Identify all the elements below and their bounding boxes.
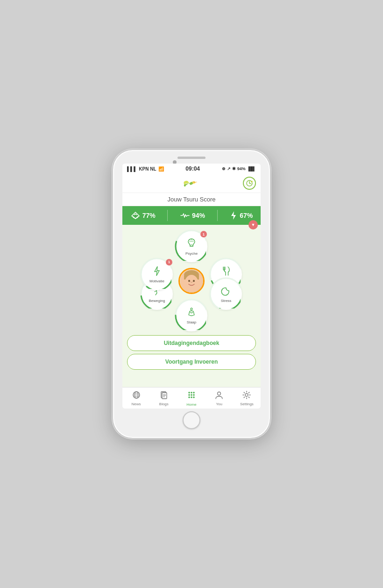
globe-svg (132, 391, 141, 399)
category-motivatie[interactable]: Motivatie 1 (141, 258, 173, 290)
home-label: Home (186, 402, 196, 407)
score-item-0: 77% (130, 210, 156, 221)
score-bar: 77% 94% 67% ▼ (122, 206, 261, 225)
tab-settings[interactable]: Settings (233, 391, 261, 406)
svg-point-43 (191, 396, 192, 398)
svg-line-4 (249, 183, 251, 184)
svg-point-37 (191, 392, 192, 394)
category-slaap[interactable]: Stress (210, 278, 242, 310)
phone-screen: ▌▌▌ KPN NL 📶 09:04 ⊕ ↗ ✱ 94% ▐█▌ (122, 164, 261, 409)
main-content: Psyche 1 Vo (122, 225, 261, 387)
score-item-2: 67% (229, 210, 253, 221)
settings-label: Settings (240, 402, 254, 406)
status-right: ⊕ ↗ ✱ 94% ▐█▌ (222, 166, 256, 171)
category-psyche[interactable]: Psyche 1 (176, 230, 207, 262)
svg-point-24 (188, 280, 190, 282)
avatar-svg (180, 269, 203, 293)
svg-point-46 (245, 394, 248, 396)
action-buttons: Uitdagingendagboek Voortgang Invoeren (127, 332, 256, 373)
score-divider-1 (167, 210, 168, 221)
uitdaging-button[interactable]: Uitdagingendagboek (127, 335, 256, 351)
score-divider-2 (217, 210, 218, 221)
lightning-icon (229, 210, 238, 221)
settings-badge[interactable] (243, 177, 256, 190)
svg-point-42 (188, 396, 190, 398)
score-item-1: 94% (180, 210, 205, 221)
person-svg (215, 391, 223, 399)
status-left: ▌▌▌ KPN NL 📶 (127, 166, 164, 172)
tab-news[interactable]: News (122, 391, 150, 406)
svg-point-25 (193, 280, 195, 282)
gear-svg (242, 391, 251, 399)
svg-point-0 (192, 181, 195, 184)
bird-logo-svg (180, 177, 203, 190)
psyche-badge: 1 (200, 231, 207, 237)
tab-blogs[interactable]: Blogs (150, 391, 177, 406)
arc-stress (174, 298, 206, 330)
svg-point-38 (193, 392, 195, 394)
battery-icon: ▐█▌ (247, 166, 256, 171)
svg-point-45 (218, 392, 221, 395)
dropdown-btn[interactable]: ▼ (248, 220, 258, 229)
news-label: News (132, 402, 141, 406)
svg-point-10 (210, 278, 241, 308)
svg-point-12 (176, 300, 206, 330)
phone-frame: ▌▌▌ KPN NL 📶 09:04 ⊕ ↗ ✱ 94% ▐█▌ (112, 149, 271, 439)
tab-bar: News Blogs (122, 387, 261, 409)
avatar-face (180, 269, 203, 293)
score-value-0: 77% (142, 212, 156, 219)
tab-you[interactable]: You (206, 391, 233, 406)
battery-level: 94% (237, 166, 246, 171)
heart-rate-icon (180, 210, 190, 221)
docs-svg (160, 391, 168, 399)
app-header (122, 174, 261, 193)
svg-point-39 (188, 394, 190, 396)
app-logo (180, 177, 203, 190)
badge-icon (246, 179, 253, 187)
center-avatar[interactable] (178, 268, 205, 294)
phone-speaker (177, 157, 206, 159)
you-label: You (216, 402, 222, 406)
wellness-icon (130, 210, 141, 221)
score-title-text: Jouw Tsuru Score (167, 196, 215, 203)
arc-slaap (209, 277, 241, 308)
arrow-icon: ↗ (227, 166, 231, 171)
category-stress[interactable]: Slaap (176, 300, 207, 331)
svg-point-36 (188, 392, 190, 394)
blogs-icon (160, 391, 168, 401)
svg-point-40 (191, 394, 192, 396)
status-time: 09:04 (185, 165, 200, 172)
status-bar: ▌▌▌ KPN NL 📶 09:04 ⊕ ↗ ✱ 94% ▐█▌ (122, 164, 261, 174)
home-dots-svg (187, 390, 196, 400)
tab-home[interactable]: Home (177, 390, 205, 407)
score-value-2: 67% (240, 212, 253, 219)
score-title: Jouw Tsuru Score (122, 193, 261, 206)
svg-point-1 (194, 182, 194, 182)
carrier-name: KPN NL (139, 166, 156, 172)
voortgang-button[interactable]: Voortgang Invoeren (127, 354, 256, 370)
score-value-1: 94% (192, 212, 205, 219)
home-button[interactable] (183, 411, 200, 429)
blogs-label: Blogs (159, 402, 169, 406)
signal-icon: ▌▌▌ (127, 166, 137, 172)
you-icon (215, 391, 223, 401)
category-wheel: Psyche 1 Vo (140, 229, 243, 332)
home-icon (187, 390, 196, 402)
settings-icon (242, 391, 251, 401)
wifi-icon: 📶 (158, 166, 164, 172)
news-icon (132, 391, 141, 401)
motivatie-badge: 1 (166, 259, 172, 265)
svg-point-44 (193, 396, 195, 398)
svg-point-41 (193, 394, 195, 396)
location-icon: ⊕ (222, 166, 226, 171)
bluetooth-icon: ✱ (232, 166, 236, 171)
